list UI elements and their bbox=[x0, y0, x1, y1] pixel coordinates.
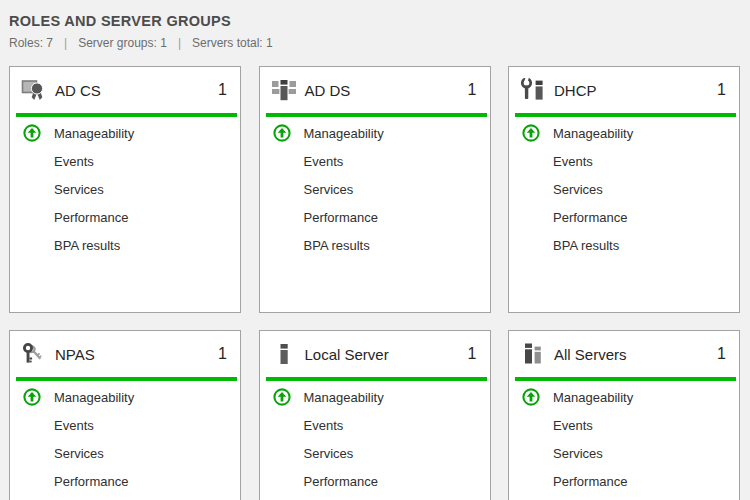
list-item-performance[interactable]: Performance bbox=[260, 467, 490, 495]
list-item-bpa-results[interactable]: BPA results bbox=[10, 231, 240, 259]
tile-list: Manageability Events Services Performanc… bbox=[509, 117, 739, 259]
list-item-label: Events bbox=[553, 154, 593, 169]
separator: | bbox=[178, 36, 181, 50]
list-item-label: Services bbox=[54, 182, 104, 197]
list-item-label: Events bbox=[553, 418, 593, 433]
tile-ad-ds-header[interactable]: AD DS 1 bbox=[260, 67, 490, 113]
tile-dhcp[interactable]: DHCP 1 Manageability Events Services Per… bbox=[508, 66, 740, 313]
list-item-services[interactable]: Services bbox=[260, 439, 490, 467]
list-item-label: Events bbox=[54, 418, 94, 433]
list-item-manageability[interactable]: Manageability bbox=[509, 119, 739, 147]
list-item-performance[interactable]: Performance bbox=[10, 203, 240, 231]
list-item-label: Services bbox=[304, 446, 354, 461]
list-item-label: Events bbox=[304, 154, 344, 169]
up-arrow-circle-icon bbox=[23, 124, 41, 142]
page-header: ROLES AND SERVER GROUPS Roles: 7 | Serve… bbox=[0, 0, 750, 50]
tile-title: AD DS bbox=[305, 82, 351, 99]
tile-title: NPAS bbox=[55, 346, 95, 363]
tile-list: Manageability Events Services Performanc… bbox=[260, 117, 490, 259]
list-item-label: Services bbox=[54, 446, 104, 461]
list-item-services[interactable]: Services bbox=[10, 175, 240, 203]
list-item-label: Manageability bbox=[553, 126, 633, 141]
tile-title: All Servers bbox=[554, 346, 627, 363]
list-item-label: BPA results bbox=[54, 238, 120, 253]
tile-list: Manageability Events Services Performanc… bbox=[10, 381, 240, 495]
tile-list: Manageability Events Services Performanc… bbox=[260, 381, 490, 495]
list-item-label: Performance bbox=[54, 474, 128, 489]
list-item-events[interactable]: Events bbox=[10, 411, 240, 439]
list-item-label: Manageability bbox=[54, 126, 134, 141]
list-item-manageability[interactable]: Manageability bbox=[10, 119, 240, 147]
list-item-label: Services bbox=[553, 446, 603, 461]
server-group-icon bbox=[271, 78, 297, 102]
list-item-events[interactable]: Events bbox=[509, 147, 739, 175]
list-item-manageability[interactable]: Manageability bbox=[10, 383, 240, 411]
servers-total-count: Servers total: 1 bbox=[192, 36, 273, 50]
list-item-label: Manageability bbox=[304, 390, 384, 405]
list-item-label: Manageability bbox=[54, 390, 134, 405]
list-item-performance[interactable]: Performance bbox=[509, 467, 739, 495]
page-title: ROLES AND SERVER GROUPS bbox=[9, 13, 750, 29]
tile-ad-ds[interactable]: AD DS 1 Manageability Events Services Pe… bbox=[259, 66, 491, 313]
list-item-label: Performance bbox=[304, 210, 378, 225]
list-item-bpa-results[interactable]: BPA results bbox=[509, 231, 739, 259]
roles-count: Roles: 7 bbox=[9, 36, 53, 50]
tile-local-server-header[interactable]: Local Server 1 bbox=[260, 331, 490, 377]
tile-all-servers[interactable]: All Servers 1 Manageability Events Servi… bbox=[508, 330, 740, 500]
list-item-label: Services bbox=[553, 182, 603, 197]
up-arrow-circle-icon bbox=[23, 388, 41, 406]
list-item-manageability[interactable]: Manageability bbox=[260, 383, 490, 411]
list-item-label: Performance bbox=[553, 210, 627, 225]
list-item-events[interactable]: Events bbox=[260, 411, 490, 439]
list-item-manageability[interactable]: Manageability bbox=[509, 383, 739, 411]
up-arrow-circle-icon bbox=[273, 124, 291, 142]
tile-server-count: 1 bbox=[717, 81, 726, 99]
tile-title: AD CS bbox=[55, 82, 101, 99]
tile-ad-cs-header[interactable]: AD CS 1 bbox=[10, 67, 240, 113]
tile-title: DHCP bbox=[554, 82, 597, 99]
list-item-label: Manageability bbox=[553, 390, 633, 405]
tile-dhcp-header[interactable]: DHCP 1 bbox=[509, 67, 739, 113]
tile-npas-header[interactable]: NPAS 1 bbox=[10, 331, 240, 377]
list-item-label: Events bbox=[304, 418, 344, 433]
list-item-label: BPA results bbox=[553, 238, 619, 253]
list-item-services[interactable]: Services bbox=[509, 175, 739, 203]
tile-list: Manageability Events Services Performanc… bbox=[10, 117, 240, 259]
tile-server-count: 1 bbox=[717, 345, 726, 363]
list-item-label: Performance bbox=[304, 474, 378, 489]
server-tower-icon bbox=[271, 342, 297, 366]
list-item-manageability[interactable]: Manageability bbox=[260, 119, 490, 147]
tile-list: Manageability Events Services Performanc… bbox=[509, 381, 739, 495]
up-arrow-circle-icon bbox=[522, 124, 540, 142]
list-item-performance[interactable]: Performance bbox=[10, 467, 240, 495]
up-arrow-circle-icon bbox=[522, 388, 540, 406]
list-item-label: BPA results bbox=[304, 238, 370, 253]
list-item-events[interactable]: Events bbox=[509, 411, 739, 439]
stats-line: Roles: 7 | Server groups: 1 | Servers to… bbox=[9, 36, 750, 50]
list-item-label: Performance bbox=[553, 474, 627, 489]
tile-server-count: 1 bbox=[218, 345, 227, 363]
list-item-performance[interactable]: Performance bbox=[509, 203, 739, 231]
up-arrow-circle-icon bbox=[273, 388, 291, 406]
list-item-events[interactable]: Events bbox=[10, 147, 240, 175]
list-item-services[interactable]: Services bbox=[509, 439, 739, 467]
list-item-services[interactable]: Services bbox=[10, 439, 240, 467]
tile-all-servers-header[interactable]: All Servers 1 bbox=[509, 331, 739, 377]
tile-local-server[interactable]: Local Server 1 Manageability Events Serv… bbox=[259, 330, 491, 500]
list-item-performance[interactable]: Performance bbox=[260, 203, 490, 231]
tile-npas[interactable]: NPAS 1 Manageability Events Services Per… bbox=[9, 330, 241, 500]
list-item-bpa-results[interactable]: BPA results bbox=[260, 231, 490, 259]
tile-ad-cs[interactable]: AD CS 1 Manageability Events Services Pe… bbox=[9, 66, 241, 313]
tile-title: Local Server bbox=[305, 346, 389, 363]
keys-icon bbox=[21, 342, 47, 366]
server-groups-count: Server groups: 1 bbox=[78, 36, 167, 50]
list-item-label: Performance bbox=[54, 210, 128, 225]
roles-server-groups-grid: AD CS 1 Manageability Events Services Pe… bbox=[9, 66, 740, 500]
list-item-services[interactable]: Services bbox=[260, 175, 490, 203]
list-item-events[interactable]: Events bbox=[260, 147, 490, 175]
separator: | bbox=[64, 36, 67, 50]
wrench-server-icon bbox=[520, 78, 546, 102]
servers-icon bbox=[520, 342, 546, 366]
tile-server-count: 1 bbox=[468, 345, 477, 363]
list-item-label: Services bbox=[304, 182, 354, 197]
